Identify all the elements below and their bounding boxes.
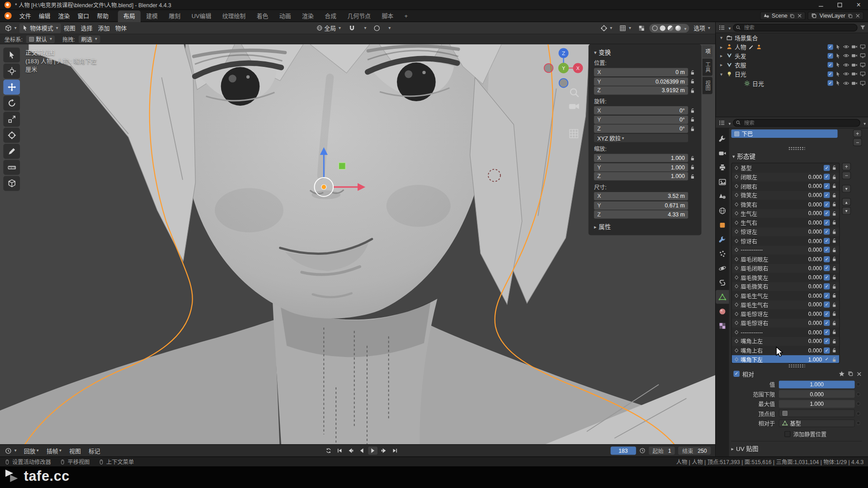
shape-key-value[interactable]: 0.000 <box>797 192 822 198</box>
shape-key-row[interactable]: 眉毛闭眼左 0.000 <box>732 254 840 263</box>
shape-key-value[interactable]: 0.000 <box>797 220 822 225</box>
title-bar[interactable]: * 人物 [H:\电竞男孩课程\blender文件\人物.blend] - Bl… <box>0 0 868 10</box>
new-viewlayer-icon[interactable] <box>848 13 853 19</box>
shape-key-row[interactable]: 嘴角上右 0.000 <box>732 346 840 355</box>
disable-render-camera-icon[interactable] <box>851 71 857 77</box>
current-frame-field[interactable]: 183 <box>610 446 636 455</box>
tab-view-layer[interactable] <box>716 175 729 189</box>
lock-open-icon[interactable] <box>831 357 837 362</box>
outliner-row[interactable]: ▸ 人物 <box>716 42 868 52</box>
lock-open-icon[interactable] <box>831 293 837 298</box>
shape-key-enable-checkbox[interactable] <box>824 292 830 298</box>
selectable-checkbox[interactable] <box>828 62 833 68</box>
shape-key-move-up-button[interactable] <box>842 198 851 206</box>
selectable-checkbox[interactable] <box>828 44 833 49</box>
lock-open-icon[interactable] <box>690 174 695 179</box>
tab-render[interactable] <box>716 146 729 160</box>
shape-key-row[interactable]: 眉毛微笑左 0.000 <box>732 273 840 282</box>
shape-key-value[interactable]: 0.000 <box>797 347 822 353</box>
list-resize-grip[interactable] <box>788 364 805 367</box>
workspace-tab[interactable]: 合成 <box>319 10 342 22</box>
new-scene-icon[interactable] <box>790 13 795 19</box>
shape-key-enable-checkbox[interactable] <box>824 283 830 289</box>
lock-open-icon[interactable] <box>831 202 837 207</box>
scale-field[interactable]: Z1.000 <box>594 172 688 180</box>
filter-icon[interactable] <box>860 24 866 30</box>
app-menu[interactable]: 文件 <box>15 9 35 22</box>
object-name[interactable]: 头发 <box>735 52 746 60</box>
timeline-menu[interactable]: 视图 <box>66 446 84 455</box>
workspace-tab[interactable]: 动画 <box>274 10 297 22</box>
play-button[interactable] <box>368 446 377 455</box>
star-icon[interactable] <box>839 371 844 376</box>
shape-key-specials-menu[interactable] <box>842 185 851 192</box>
sidebar-tab[interactable]: 项 <box>703 45 712 57</box>
selectable-checkbox[interactable] <box>828 80 833 86</box>
rotation-mode-dropdown[interactable]: XYZ 欧拉 <box>594 134 688 142</box>
cursor-icon[interactable] <box>835 62 841 68</box>
lock-open-icon[interactable] <box>831 238 837 244</box>
shape-key-value[interactable]: 0.000 <box>797 229 822 235</box>
shape-key-enable-checkbox[interactable] <box>824 211 830 216</box>
timeline-menu[interactable]: 标记 <box>85 446 104 455</box>
vertex-group-add-button[interactable] <box>853 130 862 137</box>
tool-transform[interactable] <box>3 128 20 143</box>
tab-object[interactable] <box>716 218 729 232</box>
lock-open-icon[interactable] <box>831 211 837 216</box>
shape-key-enable-checkbox[interactable] <box>824 192 830 198</box>
attributes-header[interactable]: 属性 <box>599 222 611 231</box>
shape-key-value[interactable]: 0.000 <box>797 256 822 262</box>
frame-end-field[interactable]: 结束250 <box>678 446 711 455</box>
shape-keys-panel-title[interactable]: 形态键 <box>737 152 755 161</box>
animate-decorator[interactable] <box>855 421 862 425</box>
tool-measure[interactable] <box>3 160 20 175</box>
tab-material[interactable] <box>716 304 729 318</box>
tool-annotate[interactable] <box>3 144 20 159</box>
collapse-icon[interactable] <box>594 49 597 56</box>
lock-open-icon[interactable] <box>831 265 837 271</box>
range-min-field[interactable]: 0.000 <box>779 390 855 398</box>
shape-key-row[interactable]: 闭眼左 0.000 <box>732 172 840 181</box>
uv-maps-panel-title[interactable]: UV 贴图 <box>736 444 758 453</box>
shape-key-value[interactable]: 0.000 <box>797 211 822 216</box>
clear-x-icon[interactable] <box>856 371 862 376</box>
shape-key-enable-checkbox[interactable] <box>824 338 830 344</box>
shape-key-value[interactable]: 0.000 <box>797 283 822 289</box>
disable-render-camera-icon[interactable] <box>851 44 857 50</box>
expand-icon[interactable] <box>731 445 734 451</box>
mode-dropdown[interactable]: 物体模式 <box>19 23 61 33</box>
shading-dropdown[interactable] <box>683 24 686 31</box>
shape-key-value[interactable]: 0.000 <box>797 174 822 180</box>
app-menu[interactable]: 编辑 <box>35 9 54 22</box>
workspace-tab[interactable]: 纹理绘制 <box>217 10 251 22</box>
rotation-field[interactable]: X0° <box>594 106 688 114</box>
lock-open-icon[interactable] <box>831 183 837 189</box>
shading-wireframe-button[interactable] <box>652 25 657 31</box>
location-field[interactable]: Z3.9192 m <box>594 86 688 94</box>
animate-decorator[interactable] <box>855 411 862 415</box>
viewport-menu[interactable]: 视图 <box>61 23 78 33</box>
workspace-tab[interactable]: 渲染 <box>297 10 319 22</box>
properties-search[interactable] <box>733 119 860 127</box>
shape-key-enable-checkbox[interactable] <box>824 274 830 280</box>
viewport-canvas[interactable]: Z X Y 正交前视图 (183) 人物 | 人物 : 嘴角下左 <box>0 44 715 444</box>
tab-particles[interactable] <box>716 247 729 261</box>
list-resize-grip[interactable] <box>788 146 805 150</box>
disable-viewport-monitor-icon[interactable] <box>860 80 866 86</box>
hide-viewport-eye-icon[interactable] <box>843 71 849 77</box>
location-field[interactable]: Y0.026399 m <box>594 77 688 85</box>
rotation-field[interactable]: Z0° <box>594 125 688 133</box>
cursor-icon[interactable] <box>835 53 841 59</box>
tab-output[interactable] <box>716 160 729 174</box>
disable-render-camera-icon[interactable] <box>851 80 857 86</box>
shape-key-row[interactable]: ------------ 0.000 <box>732 245 840 254</box>
dimension-field[interactable]: X3.52 m <box>594 192 688 200</box>
lock-open-icon[interactable] <box>831 165 837 170</box>
scale-field[interactable]: X1.000 <box>594 154 688 162</box>
cursor-icon[interactable] <box>835 71 841 77</box>
shape-key-value[interactable]: 0.000 <box>797 329 822 335</box>
animate-decorator[interactable] <box>855 382 862 386</box>
blender-menu-icon[interactable] <box>5 12 12 19</box>
expand-caret[interactable]: ▾ <box>720 71 726 77</box>
tool-3d-cursor[interactable] <box>3 64 20 79</box>
